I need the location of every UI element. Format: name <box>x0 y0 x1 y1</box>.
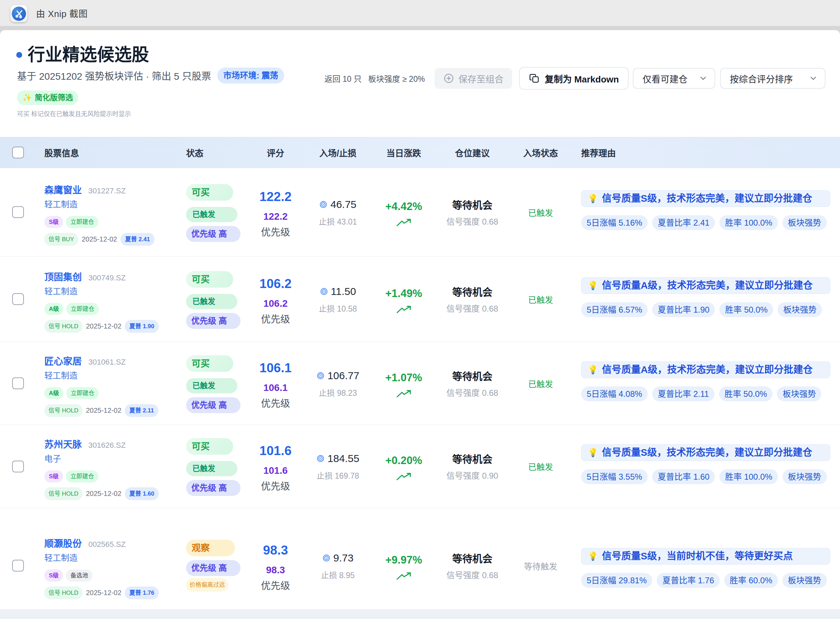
plus-circle-icon <box>443 73 454 84</box>
status-priority-badge: 优先级 高 <box>186 560 241 576</box>
stock-industry[interactable]: 轻工制造 <box>44 553 78 563</box>
target-icon <box>322 554 330 562</box>
target-icon <box>316 455 325 463</box>
stock-name[interactable]: 顶固集创 <box>44 271 82 284</box>
save-to-portfolio-button[interactable]: 保存至组合 <box>435 68 512 89</box>
action-badge: 立即建仓 <box>66 470 99 483</box>
sharpe-badge: 夏普 2.11 <box>125 404 158 417</box>
signal-badge: 信号 HOLD <box>44 404 82 417</box>
score-label: 优先级 <box>244 482 307 492</box>
checkbox-cell <box>0 461 36 472</box>
stop-loss: 止损 169.78 <box>307 472 369 480</box>
stock-name[interactable]: 顺灏股份 <box>44 538 82 550</box>
stock-name-row: 苏州天脉 301626.SZ <box>44 438 126 452</box>
score-value: 106.1 <box>244 362 307 374</box>
stock-tag-row: S级 备选池 <box>44 570 93 582</box>
position-advice-cell: 等待机会 信号强度 0.90 <box>438 453 506 480</box>
select-chevron <box>699 74 708 83</box>
reason-tag: 板块强势 <box>782 469 827 484</box>
checkbox-cell <box>0 546 36 571</box>
stock-name[interactable]: 苏州天脉 <box>44 438 82 451</box>
reason-tags: 5日涨幅 6.57%夏普比率 1.90胜率 50.0%板块强势 <box>581 302 822 317</box>
reason-tag: 板块强势 <box>782 215 827 230</box>
status-triggered-badge: 已触发 <box>186 378 238 393</box>
entry-price: 184.55 <box>327 453 359 464</box>
signal-strength: 信号强度 0.68 <box>438 571 506 580</box>
entry-state: 已触发 <box>506 206 575 218</box>
position-advice-cell: 等待机会 信号强度 0.68 <box>438 286 506 313</box>
score-cell: 98.3 98.3 优先级 <box>244 527 307 591</box>
trending-up-icon <box>396 306 411 313</box>
row-checkbox[interactable] <box>12 560 24 571</box>
signal-strength: 信号强度 0.68 <box>438 305 506 313</box>
col-header-entry: 入场/止损 <box>307 146 369 159</box>
stop-loss: 止损 98.23 <box>307 389 369 397</box>
entry-price: 46.75 <box>330 199 356 210</box>
reason-tag: 胜率 50.0% <box>719 302 773 317</box>
stock-tag-row: S级 立即建仓 <box>44 470 99 483</box>
score-label: 优先级 <box>244 581 307 591</box>
action-badge: 立即建仓 <box>66 303 99 315</box>
entry-price-line: 46.75 <box>307 199 369 210</box>
chevron-down-icon <box>809 74 818 83</box>
stock-industry[interactable]: 轻工制造 <box>44 199 78 210</box>
select-chevron <box>809 74 818 83</box>
status-cell: 观察 优先级 高 价格偏离过远 <box>178 526 244 592</box>
score-label: 优先级 <box>244 228 307 238</box>
stock-name[interactable]: 匠心家居 <box>44 355 82 368</box>
stock-industry[interactable]: 电子 <box>44 454 61 464</box>
stock-name-row: 顶固集创 300749.SZ <box>44 271 126 284</box>
stop-loss: 止损 8.95 <box>307 571 369 580</box>
stock-industry[interactable]: 轻工制造 <box>44 286 78 297</box>
stock-name[interactable]: 森鹰窗业 <box>44 184 82 196</box>
reason-tags: 5日涨幅 3.55%夏普比率 1.60胜率 100.0%板块强势 <box>581 469 827 484</box>
score-secondary: 106.2 <box>244 299 307 308</box>
reason-box: 💡 信号质量S级，当前时机不佳，等待更好买点 <box>581 548 830 565</box>
copy-markdown-button[interactable]: 复制为 Markdown <box>519 67 629 90</box>
sharpe-badge: 夏普 1.60 <box>125 487 159 500</box>
filter-select[interactable]: 仅看可建仓 <box>633 68 715 89</box>
title-row: 行业精选候选股 <box>0 30 840 65</box>
entry-state-cell: 已触发 <box>506 460 575 472</box>
stock-industry[interactable]: 轻工制造 <box>44 371 78 381</box>
copy-icon <box>529 73 540 84</box>
row-checkbox[interactable] <box>12 377 24 389</box>
status-main-badge: 观察 <box>186 540 235 556</box>
signal-badge: 信号 HOLD <box>44 487 82 500</box>
entry-state-cell: 已触发 <box>506 377 575 390</box>
reason-cell: 💡 信号质量S级，当前时机不佳，等待更好买点 5日涨幅 29.81%夏普比率 1… <box>575 525 840 592</box>
stock-code: 301061.SZ <box>88 356 126 368</box>
score-secondary: 106.1 <box>244 383 307 393</box>
score-value: 101.6 <box>244 444 307 457</box>
entry-stop-cell: 184.55 止损 169.78 <box>307 453 369 480</box>
row-checkbox[interactable] <box>12 206 24 218</box>
reason-tag: 胜率 100.0% <box>719 215 778 230</box>
stock-code: 002565.SZ <box>88 538 126 551</box>
select-all-checkbox[interactable] <box>12 147 24 158</box>
score-secondary: 101.6 <box>244 466 307 475</box>
reason-box: 💡 信号质量A级，技术形态完美，建议立即分批建仓 <box>581 277 830 294</box>
reason-tag: 5日涨幅 3.55% <box>581 469 648 484</box>
reason-tag: 胜率 60.0% <box>724 573 778 588</box>
table-row: 森鹰窗业 301227.SZ 轻工制造 S级 立即建仓 信号 BUY 2025-… <box>0 168 840 256</box>
grade-badge: S级 <box>44 570 63 582</box>
stock-signal-row: 信号 HOLD 2025-12-02 夏普 1.90 <box>44 320 159 333</box>
entry-state-cell: 已触发 <box>506 293 575 305</box>
status-triggered-badge: 已触发 <box>186 207 238 222</box>
position-advice-cell: 等待机会 信号强度 0.68 <box>438 199 506 226</box>
entry-price-line: 11.50 <box>307 286 369 298</box>
status-triggered-badge: 已触发 <box>186 461 238 476</box>
reason-tag: 夏普比率 1.76 <box>657 573 719 588</box>
reason-tag: 板块强势 <box>778 302 822 317</box>
signal-badge: 信号 BUY <box>44 233 78 246</box>
stock-info-cell: 森鹰窗业 301227.SZ 轻工制造 S级 立即建仓 信号 BUY 2025-… <box>36 178 178 246</box>
grade-badge: S级 <box>44 470 63 483</box>
row-checkbox[interactable] <box>12 461 24 472</box>
entry-state: 已触发 <box>506 377 575 390</box>
simplified-filter-label: 简化版筛选 <box>34 93 73 103</box>
score-value: 106.2 <box>244 277 307 290</box>
stock-signal-row: 信号 HOLD 2025-12-02 夏普 1.76 <box>44 586 159 599</box>
row-checkbox[interactable] <box>12 293 24 305</box>
sort-select[interactable]: 按综合评分排序 <box>720 68 825 89</box>
score-value: 122.2 <box>244 190 307 203</box>
